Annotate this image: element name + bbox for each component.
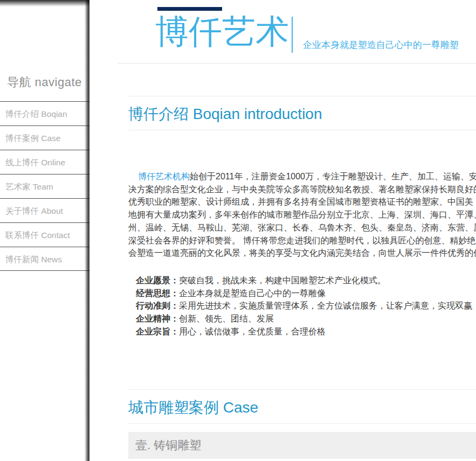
sidebar-item-online[interactable]: 线上博仟 Online: [0, 150, 89, 174]
paragraph-line: 决方案的综合型文化企业，与中央美院等众多高等院校知名教授、著名雕塑家保持长期良好…: [128, 183, 476, 196]
paragraph-line: 博仟艺术机构始创于2011年，注册资金1000万，专注于雕塑设计、生产、加工、运…: [128, 170, 476, 183]
sidebar-item-news[interactable]: 博仟新闻 News: [0, 247, 89, 271]
sidebar-item-about[interactable]: 关于博仟 About: [0, 198, 89, 222]
intro-section: 博仟介绍 Boqian introduction 博仟艺术机构始创于2011年，…: [118, 96, 476, 459]
value-text: 用心，诚信做事，全优质量，合理价格: [179, 327, 326, 336]
value-text: 创新、领先、团结、发展: [179, 314, 274, 323]
paragraph-line: 地拥有大量成功案列，多年来创作的城市雕塑作品分别立于北京、上海、深圳、海口、平潭…: [128, 208, 476, 221]
value-label: 企业精神：: [136, 314, 179, 323]
value-item-spirit: 企业精神：创新、领先、团结、发展: [136, 312, 476, 325]
value-label: 行动准则：: [136, 301, 179, 310]
site-logo[interactable]: 博仟艺术: [155, 12, 289, 52]
site-header: 博仟艺术 企业本身就是塑造自己心中的一尊雕塑: [118, 0, 476, 64]
value-item-tenet: 企业宗旨：用心，诚信做事，全优质量，合理价格: [136, 325, 476, 338]
value-text: 企业本身就是塑造自己心中的一尊雕像: [179, 289, 326, 298]
case-section-heading: 城市雕塑案例 Case: [128, 389, 476, 424]
site-tagline: 企业本身就是塑造自己心中的一尊雕塑: [303, 39, 459, 51]
paragraph-line: 深受社会各界的好评和赞誉。 博仟将带您走进我们的雕塑时代，以独具匠心的创意、精妙…: [128, 234, 476, 247]
main-content-area: 博仟艺术 企业本身就是塑造自己心中的一尊雕塑 博仟介绍 Boqian intro…: [118, 0, 476, 459]
paragraph-line: 会塑造一道道亮丽的文化风景，将美的享受与文化内涵完美结合，向世人展示一件件优秀的…: [128, 247, 476, 260]
case-subsection-bar: 壹. 铸铜雕塑: [128, 432, 476, 459]
intro-section-heading: 博仟介绍 Boqian introduction: [128, 96, 476, 130]
value-label: 经营思想：: [136, 289, 179, 298]
paragraph-line: 州、温岭、无锡、马鞍山、芜湖、张家口、长春、乌鲁木齐、包头、秦皇岛、济南、东营、…: [128, 221, 476, 234]
value-item-principle: 行动准则：采用先进技术，实施质量管理体系，全方位诚信服务，让客户满意，实现双赢: [136, 299, 476, 312]
logo-accent-bar: [157, 7, 222, 11]
sidebar-title: 导航 navigate: [7, 74, 89, 90]
nav-list: 博仟介绍 Boqian 博仟案例 Case 线上博仟 Online 艺术家 Te…: [0, 101, 89, 271]
sidebar-item-boqian-intro[interactable]: 博仟介绍 Boqian: [0, 101, 89, 125]
value-label: 企业愿景：: [136, 276, 179, 285]
paragraph-line-text: 始创于2011年，注册资金1000万，专注于雕塑设计、生产、加工、运输、安: [190, 172, 476, 181]
value-text: 突破自我，挑战未来，构建中国雕塑艺术产业化模式。: [179, 276, 386, 285]
logo-divider: [292, 17, 293, 53]
sidebar-item-team[interactable]: 艺术家 Team: [0, 174, 89, 198]
sidebar-item-case[interactable]: 博仟案例 Case: [0, 125, 89, 150]
intro-paragraph: 博仟艺术机构始创于2011年，注册资金1000万，专注于雕塑设计、生产、加工、运…: [128, 170, 476, 260]
paragraph-line: 优秀职业的雕塑家、设计师组成，并拥有多名持有全国城市雕塑资格证书的雕塑家、中国美: [128, 195, 476, 208]
value-item-vision: 企业愿景：突破自我，挑战未来，构建中国雕塑艺术产业化模式。: [136, 274, 476, 287]
value-text: 采用先进技术，实施质量管理体系，全方位诚信服务，让客户满意，实现双赢: [179, 301, 472, 310]
boqian-org-link[interactable]: 博仟艺术机构: [138, 172, 190, 181]
value-label: 企业宗旨：: [136, 327, 179, 336]
sidebar: 导航 navigate 博仟介绍 Boqian 博仟案例 Case 线上博仟 O…: [0, 0, 89, 461]
value-item-philosophy: 经营思想：企业本身就是塑造自己心中的一尊雕像: [136, 287, 476, 300]
sidebar-item-contact[interactable]: 联系博仟 Contact: [0, 222, 89, 247]
company-values-list: 企业愿景：突破自我，挑战未来，构建中国雕塑艺术产业化模式。 经营思想：企业本身就…: [128, 274, 476, 338]
